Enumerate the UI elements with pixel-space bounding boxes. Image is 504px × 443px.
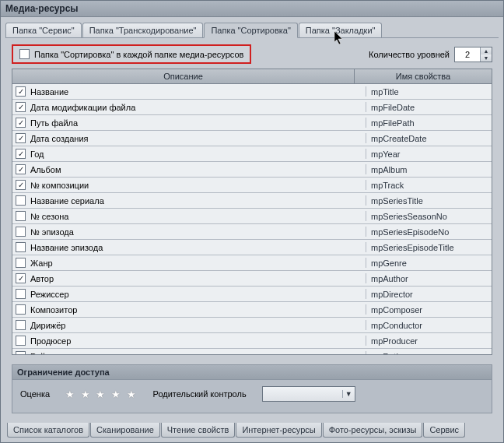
row-description: Дата модификации файла bbox=[30, 103, 135, 112]
tab-panel-sorting: Папка "Сортировка" в каждой папке медиа-… bbox=[5, 37, 499, 420]
row-checkbox[interactable] bbox=[16, 195, 26, 206]
row-description: Путь файла bbox=[30, 118, 78, 128]
table-row[interactable]: № эпизодаmpSeriesEpisodeNo bbox=[12, 224, 492, 240]
row-description: Дирижёр bbox=[30, 321, 65, 330]
row-description: Альбом bbox=[30, 165, 61, 174]
row-description: Режиссер bbox=[30, 290, 69, 299]
row-property: mpTitle bbox=[366, 87, 492, 97]
row-description: Композитор bbox=[30, 305, 77, 315]
sorting-folder-option: Папка "Сортировка" в каждой папке медиа-… bbox=[12, 44, 251, 64]
row-checkbox[interactable] bbox=[16, 102, 26, 112]
properties-table: Описание Имя свойства НазваниеmpTitleДат… bbox=[12, 69, 492, 361]
levels-up-button[interactable]: ▲ bbox=[481, 47, 492, 54]
row-property: mpAuthor bbox=[366, 274, 492, 283]
sorting-folder-label: Папка "Сортировка" в каждой папке медиа-… bbox=[34, 50, 243, 59]
sorting-folder-checkbox[interactable] bbox=[19, 49, 30, 59]
btab-read-props[interactable]: Чтение свойств bbox=[161, 423, 236, 438]
tab-transcoding[interactable]: Папка "Транскодирование" bbox=[82, 23, 204, 37]
levels-spinner: ▲ ▼ bbox=[454, 47, 492, 62]
col-property-name[interactable]: Имя свойства bbox=[354, 69, 492, 84]
btab-catalogs[interactable]: Список каталогов bbox=[7, 423, 89, 438]
levels-control: Количество уровней ▲ ▼ bbox=[369, 47, 492, 62]
row-property: mpRating bbox=[366, 352, 492, 356]
row-property: mpProducer bbox=[366, 336, 492, 346]
table-row[interactable]: ЖанрmpGenre bbox=[12, 255, 492, 271]
row-property: mpFileDate bbox=[366, 103, 492, 112]
btab-internet[interactable]: Интернет-ресурсы bbox=[236, 423, 321, 438]
row-checkbox[interactable] bbox=[16, 258, 26, 268]
levels-label: Количество уровней bbox=[369, 50, 450, 59]
top-tabs: Папка "Сервис" Папка "Транскодирование" … bbox=[1, 17, 503, 37]
row-description: Название bbox=[30, 87, 68, 97]
table-row[interactable]: ГодmpYear bbox=[12, 146, 492, 162]
row-description: Жанр bbox=[30, 258, 53, 268]
row-checkbox[interactable] bbox=[16, 164, 26, 174]
table-row[interactable]: КомпозиторmpComposer bbox=[12, 302, 492, 318]
row-checkbox[interactable] bbox=[16, 227, 26, 237]
row-checkbox[interactable] bbox=[16, 242, 26, 252]
parental-select[interactable]: ▼ bbox=[262, 386, 355, 402]
btab-service[interactable]: Сервис bbox=[423, 423, 465, 438]
row-checkbox[interactable] bbox=[16, 180, 26, 190]
table-row[interactable]: АвторmpAuthor bbox=[12, 271, 492, 287]
table-row[interactable]: Название сериалаmpSeriesTitle bbox=[12, 193, 492, 209]
table-row[interactable]: РейтингmpRating bbox=[12, 349, 492, 355]
table-row[interactable]: РежиссерmpDirector bbox=[12, 287, 492, 302]
access-row: Оценка ★ ★ ★ ★ ★ Родительский контроль ▼ bbox=[12, 380, 492, 408]
parental-label: Родительский контроль bbox=[153, 389, 247, 399]
row-property: mpAlbum bbox=[366, 165, 492, 174]
row-checkbox[interactable] bbox=[16, 304, 26, 315]
row-description: № композиции bbox=[30, 181, 89, 190]
row-description: Название эпизода bbox=[30, 243, 103, 252]
tab-service[interactable]: Папка "Сервис" bbox=[5, 23, 82, 37]
options-row: Папка "Сортировка" в каждой папке медиа-… bbox=[12, 44, 492, 64]
row-checkbox[interactable] bbox=[16, 133, 26, 143]
tab-sorting[interactable]: Папка "Сортировка" bbox=[204, 23, 297, 38]
row-checkbox[interactable] bbox=[16, 320, 26, 330]
row-description: Продюсер bbox=[30, 336, 71, 346]
table-row[interactable]: НазваниеmpTitle bbox=[12, 84, 492, 100]
row-description: Автор bbox=[30, 274, 54, 283]
row-description: Название сериала bbox=[30, 196, 104, 206]
row-property: mpYear bbox=[366, 149, 492, 159]
btab-scanning[interactable]: Сканирование bbox=[90, 423, 160, 438]
row-property: mpConductor bbox=[366, 321, 492, 330]
settings-window: Медиа-ресурсы Папка "Сервис" Папка "Тран… bbox=[0, 0, 504, 443]
row-checkbox[interactable] bbox=[16, 86, 26, 97]
row-property: mpSeriesEpisodeTitle bbox=[366, 243, 492, 252]
row-property: mpTrack bbox=[366, 181, 492, 190]
col-description[interactable]: Описание bbox=[12, 69, 354, 84]
table-row[interactable]: № сезонаmpSeriesSeasonNo bbox=[12, 209, 492, 224]
row-property: mpFilePath bbox=[366, 118, 492, 128]
row-checkbox[interactable] bbox=[16, 211, 26, 221]
table-row[interactable]: АльбомmpAlbum bbox=[12, 162, 492, 178]
row-property: mpDirector bbox=[366, 290, 492, 299]
row-checkbox[interactable] bbox=[16, 336, 26, 346]
table-row[interactable]: ПродюсерmpProducer bbox=[12, 333, 492, 349]
row-checkbox[interactable] bbox=[16, 273, 26, 283]
table-row[interactable]: № композицииmpTrack bbox=[12, 178, 492, 193]
row-checkbox[interactable] bbox=[16, 289, 26, 299]
table-row[interactable]: ДирижёрmpConductor bbox=[12, 318, 492, 333]
row-property: mpCreateDate bbox=[366, 134, 492, 143]
tab-bookmarks[interactable]: Папка "Закладки" bbox=[299, 23, 383, 37]
table-body[interactable]: НазваниеmpTitleДата модификации файлаmpF… bbox=[12, 84, 492, 355]
row-property: mpSeriesTitle bbox=[366, 196, 492, 206]
row-property: mpSeriesEpisodeNo bbox=[366, 227, 492, 237]
table-row[interactable]: Название эпизодаmpSeriesEpisodeTitle bbox=[12, 240, 492, 255]
row-property: mpComposer bbox=[366, 305, 492, 315]
levels-down-button[interactable]: ▼ bbox=[481, 54, 492, 62]
row-checkbox[interactable] bbox=[16, 118, 26, 128]
rating-stars[interactable]: ★ ★ ★ ★ ★ bbox=[65, 389, 137, 400]
row-description: № эпизода bbox=[30, 227, 74, 237]
rating-label: Оценка bbox=[20, 389, 50, 399]
levels-input[interactable] bbox=[455, 47, 480, 62]
row-checkbox[interactable] bbox=[16, 351, 26, 355]
btab-photo[interactable]: Фото-ресурсы, эскизы bbox=[323, 423, 423, 438]
table-row[interactable]: Дата созданияmpCreateDate bbox=[12, 131, 492, 146]
table-row[interactable]: Дата модификации файлаmpFileDate bbox=[12, 100, 492, 115]
access-title: Ограничение доступа bbox=[12, 365, 492, 380]
row-checkbox[interactable] bbox=[16, 149, 26, 159]
row-description: Год bbox=[30, 149, 44, 159]
table-row[interactable]: Путь файлаmpFilePath bbox=[12, 115, 492, 131]
